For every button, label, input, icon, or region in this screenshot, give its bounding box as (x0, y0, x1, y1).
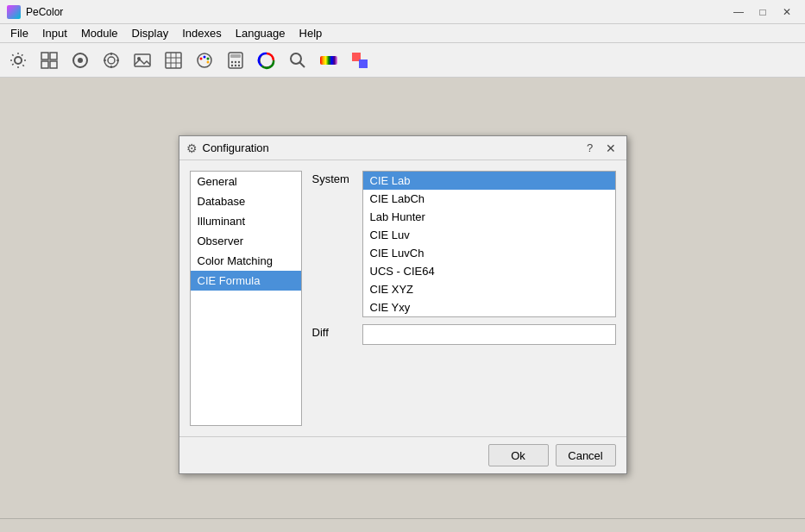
system-dropdown[interactable]: CIE Lab CIE LabCh Lab Hunter CIE Luv CIE… (362, 171, 616, 317)
toolbar-wheel-button[interactable] (252, 46, 281, 75)
toolbar-calculator-button[interactable] (221, 46, 250, 75)
system-option-cie-luvch[interactable]: CIE LuvCh (363, 244, 615, 262)
dialog-title-controls: ? ✕ (582, 140, 619, 157)
svg-point-20 (198, 53, 211, 67)
toolbar-settings-button[interactable] (3, 46, 33, 75)
diff-field-row: Diff (312, 324, 616, 345)
spectrum-icon (319, 51, 338, 70)
ok-button[interactable]: Ok (488, 444, 549, 466)
svg-point-30 (231, 64, 233, 66)
svg-point-32 (238, 64, 240, 66)
menu-module[interactable]: Module (74, 25, 125, 41)
dialog-footer: Ok Cancel (179, 436, 626, 473)
dialog-overlay: ⚙ Configuration ? ✕ General Database Ill… (0, 78, 805, 532)
svg-rect-2 (50, 53, 57, 59)
toolbar-search-button[interactable] (283, 46, 312, 75)
title-bar: PeColor — □ ✕ (0, 0, 805, 24)
menu-bar: File Input Module Display Indexes Langua… (0, 24, 805, 43)
nav-database[interactable]: Database (191, 191, 301, 211)
svg-line-35 (300, 62, 305, 67)
svg-point-0 (15, 57, 22, 64)
nav-observer[interactable]: Observer (191, 231, 301, 251)
diff-dropdown[interactable] (362, 324, 616, 345)
table-icon (164, 51, 183, 70)
svg-point-27 (231, 60, 233, 62)
svg-rect-3 (41, 61, 48, 68)
system-option-cie-luv[interactable]: CIE Luv (363, 226, 615, 244)
title-bar-left: PeColor (7, 5, 63, 19)
svg-rect-38 (359, 59, 368, 68)
diff-label: Diff (312, 324, 355, 339)
toolbar-grid-button[interactable] (35, 46, 64, 75)
dialog-close-button[interactable]: ✕ (602, 140, 619, 157)
app-title: PeColor (26, 6, 63, 18)
system-label: System (312, 171, 355, 185)
calculator-icon (226, 51, 245, 70)
toolbar-color-button[interactable] (345, 46, 374, 75)
svg-point-21 (200, 57, 203, 59)
target-icon (102, 51, 121, 70)
app-icon (7, 5, 21, 19)
color-squares-icon (350, 51, 369, 70)
cancel-button[interactable]: Cancel (556, 444, 616, 466)
toolbar-image-button[interactable] (128, 46, 157, 75)
menu-display[interactable]: Display (125, 25, 176, 41)
svg-point-23 (207, 57, 210, 59)
toolbar-palette-button[interactable] (190, 46, 219, 75)
svg-rect-15 (166, 53, 181, 68)
system-option-ucs-cie64[interactable]: UCS - CIE64 (363, 262, 615, 280)
dialog-content: General Database Illuminant Observer Col… (179, 160, 626, 436)
menu-input[interactable]: Input (35, 25, 74, 41)
status-bar (0, 518, 805, 532)
settings-icon (9, 51, 28, 70)
dialog-title-bar: ⚙ Configuration ? ✕ (179, 136, 626, 160)
svg-point-22 (204, 55, 206, 58)
system-option-lab-hunter[interactable]: Lab Hunter (363, 208, 615, 226)
nav-illuminant[interactable]: Illuminant (191, 211, 301, 231)
menu-indexes[interactable]: Indexes (175, 25, 229, 41)
svg-rect-1 (41, 53, 48, 59)
toolbar (0, 43, 805, 78)
nav-cie-formula[interactable]: CIE Formula (191, 271, 301, 291)
toolbar-target-button[interactable] (97, 46, 126, 75)
dialog-help-button[interactable]: ? (582, 140, 599, 157)
dialog-title-left: ⚙ Configuration (186, 141, 269, 155)
nav-color-matching[interactable]: Color Matching (191, 251, 301, 271)
dialog-title-text: Configuration (203, 141, 269, 154)
svg-rect-26 (230, 54, 241, 58)
nav-general[interactable]: General (191, 172, 301, 191)
search-icon (288, 51, 307, 70)
svg-point-7 (104, 53, 118, 67)
svg-point-6 (78, 58, 83, 63)
system-option-cie-labch[interactable]: CIE LabCh (363, 190, 615, 208)
system-field-row: System CIE Lab CIE LabCh Lab Hunter CIE … (312, 171, 616, 317)
system-option-cie-xyz[interactable]: CIE XYZ (363, 280, 615, 298)
menu-language[interactable]: Language (229, 25, 292, 41)
palette-icon (195, 51, 214, 70)
svg-point-34 (291, 53, 301, 64)
main-area: ⚙ Configuration ? ✕ General Database Ill… (0, 78, 805, 532)
svg-rect-4 (50, 61, 57, 68)
svg-rect-13 (135, 54, 150, 66)
svg-point-8 (108, 57, 115, 64)
svg-rect-36 (320, 56, 337, 65)
system-option-cie-lab[interactable]: CIE Lab (363, 172, 615, 190)
minimize-button[interactable]: — (727, 3, 750, 21)
toolbar-table-button[interactable] (159, 46, 188, 75)
svg-point-24 (207, 60, 210, 63)
toolbar-spectrum-button[interactable] (314, 46, 343, 75)
nav-panel: General Database Illuminant Observer Col… (190, 171, 302, 426)
system-option-cie-yxy[interactable]: CIE Yxy (363, 298, 615, 316)
configuration-dialog: ⚙ Configuration ? ✕ General Database Ill… (179, 135, 627, 474)
close-button[interactable]: ✕ (776, 3, 798, 21)
svg-point-29 (238, 60, 240, 62)
title-bar-controls: — □ ✕ (727, 3, 798, 21)
toolbar-circle-button[interactable] (66, 46, 95, 75)
maximize-button[interactable]: □ (752, 3, 774, 21)
wheel-icon (257, 51, 276, 70)
right-panel: System CIE Lab CIE LabCh Lab Hunter CIE … (312, 171, 616, 426)
menu-help[interactable]: Help (292, 25, 330, 41)
menu-file[interactable]: File (3, 25, 35, 41)
image-icon (133, 51, 152, 70)
svg-point-28 (235, 60, 236, 62)
